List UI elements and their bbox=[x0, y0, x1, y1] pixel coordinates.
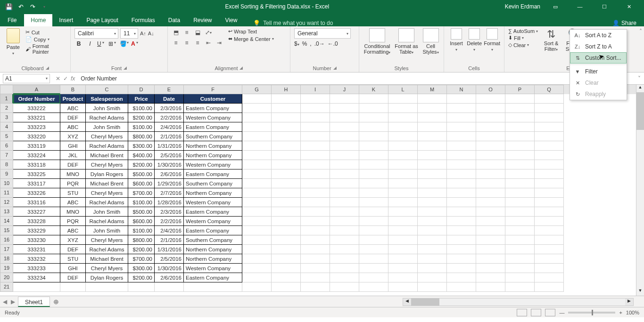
font-name-select[interactable]: Calibri▾ bbox=[74, 28, 118, 39]
cell[interactable] bbox=[359, 122, 388, 132]
cell[interactable] bbox=[476, 141, 505, 151]
cell[interactable] bbox=[60, 282, 86, 292]
row-header[interactable]: 4 bbox=[0, 122, 13, 132]
cell[interactable] bbox=[242, 273, 272, 282]
cell[interactable] bbox=[505, 122, 535, 132]
normal-view-button[interactable] bbox=[517, 309, 527, 316]
cell[interactable]: Western Company bbox=[184, 217, 242, 226]
cell[interactable] bbox=[388, 132, 418, 141]
number-launcher-icon[interactable]: ◢ bbox=[333, 65, 337, 71]
cell[interactable] bbox=[418, 198, 447, 207]
cell[interactable]: Product bbox=[60, 94, 86, 104]
cell[interactable] bbox=[418, 235, 447, 245]
cell[interactable]: DEF bbox=[60, 273, 86, 282]
orientation-button[interactable]: ⤢▾ bbox=[204, 28, 213, 37]
cell[interactable] bbox=[535, 188, 564, 198]
cell[interactable]: 333119 bbox=[13, 141, 60, 151]
copy-button[interactable]: 📄 Copy ▾ bbox=[25, 36, 66, 42]
cell[interactable]: $200.00 bbox=[128, 245, 155, 254]
cell[interactable]: Cheryl Myers bbox=[86, 160, 128, 169]
cell[interactable]: Cheryl Myers bbox=[86, 235, 128, 245]
cell[interactable]: MNO bbox=[60, 207, 86, 217]
cell[interactable] bbox=[505, 113, 535, 122]
cell[interactable]: Eastern Company bbox=[184, 104, 242, 113]
cell[interactable] bbox=[272, 188, 301, 198]
cell[interactable] bbox=[505, 254, 535, 264]
cell[interactable] bbox=[359, 160, 388, 169]
cell[interactable] bbox=[301, 282, 330, 292]
cell[interactable] bbox=[359, 188, 388, 198]
cell[interactable] bbox=[388, 207, 418, 217]
cell[interactable] bbox=[505, 169, 535, 179]
increase-font-button[interactable]: A↑ bbox=[140, 31, 146, 36]
collapse-ribbon-icon[interactable]: ˄ bbox=[639, 28, 642, 35]
delete-cells-button[interactable]: Delete▾ bbox=[466, 28, 483, 52]
cell[interactable] bbox=[476, 104, 505, 113]
cell[interactable] bbox=[535, 273, 564, 282]
cell[interactable] bbox=[301, 132, 330, 141]
cell[interactable] bbox=[272, 254, 301, 264]
cell[interactable]: Rachel Adams bbox=[86, 113, 128, 122]
number-format-select[interactable]: General▾ bbox=[294, 28, 351, 39]
cell[interactable] bbox=[330, 179, 359, 188]
cell[interactable] bbox=[242, 264, 272, 273]
cell[interactable]: 333118 bbox=[13, 160, 60, 169]
cell[interactable]: Eastern Company bbox=[184, 169, 242, 179]
conditional-formatting-button[interactable]: Conditional Formatting▾ bbox=[363, 28, 391, 55]
cell[interactable]: Eastern Company bbox=[184, 207, 242, 217]
increase-indent-button[interactable]: ⇥ bbox=[215, 39, 223, 47]
row-header[interactable]: 1 bbox=[0, 94, 13, 104]
cell[interactable] bbox=[184, 282, 242, 292]
cell[interactable] bbox=[505, 217, 535, 226]
cell[interactable] bbox=[418, 264, 447, 273]
cell[interactable]: Michael Brent bbox=[86, 254, 128, 264]
column-header-A[interactable]: A bbox=[13, 85, 60, 94]
cell[interactable]: DEF bbox=[60, 160, 86, 169]
cell[interactable] bbox=[418, 113, 447, 122]
cell[interactable] bbox=[388, 141, 418, 151]
column-header-B[interactable]: B bbox=[60, 85, 86, 94]
cell[interactable]: Southern Company bbox=[184, 132, 242, 141]
cell[interactable] bbox=[418, 94, 447, 104]
cell[interactable]: 333227 bbox=[13, 207, 60, 217]
cell[interactable] bbox=[330, 254, 359, 264]
cell[interactable] bbox=[388, 198, 418, 207]
cell[interactable] bbox=[242, 104, 272, 113]
zoom-slider[interactable] bbox=[568, 312, 615, 314]
worksheet-grid[interactable]: ABCDEFGHIJKLMNOPQ 1Order NumberProductSa… bbox=[0, 85, 644, 296]
row-header[interactable]: 15 bbox=[0, 226, 13, 235]
cell[interactable]: $200.00 bbox=[128, 113, 155, 122]
cell[interactable] bbox=[359, 273, 388, 282]
cell[interactable] bbox=[535, 94, 564, 104]
cell[interactable] bbox=[330, 113, 359, 122]
cell[interactable] bbox=[476, 282, 505, 292]
row-header[interactable]: 9 bbox=[0, 169, 13, 179]
cell[interactable] bbox=[242, 132, 272, 141]
cell[interactable]: 1/31/2016 bbox=[155, 245, 184, 254]
cell[interactable] bbox=[13, 282, 60, 292]
underline-button[interactable]: U▾ bbox=[97, 40, 106, 47]
cell[interactable] bbox=[330, 188, 359, 198]
cell[interactable] bbox=[418, 207, 447, 217]
cell[interactable] bbox=[388, 169, 418, 179]
cell[interactable] bbox=[476, 217, 505, 226]
cell[interactable]: $500.00 bbox=[128, 207, 155, 217]
cell[interactable]: ABC bbox=[60, 198, 86, 207]
cell[interactable]: 1/31/2016 bbox=[155, 141, 184, 151]
align-middle-button[interactable]: ≡ bbox=[182, 28, 191, 37]
row-header[interactable]: 7 bbox=[0, 151, 13, 160]
cell[interactable] bbox=[242, 94, 272, 104]
cell[interactable] bbox=[447, 245, 476, 254]
cell[interactable]: $300.00 bbox=[128, 141, 155, 151]
cell[interactable] bbox=[505, 160, 535, 169]
cell[interactable] bbox=[476, 169, 505, 179]
close-button[interactable]: ✕ bbox=[619, 0, 638, 13]
cell[interactable] bbox=[476, 122, 505, 132]
row-header[interactable]: 2 bbox=[0, 104, 13, 113]
zoom-in-button[interactable]: + bbox=[619, 310, 622, 315]
font-size-select[interactable]: 11▾ bbox=[120, 28, 138, 39]
cell[interactable]: $200.00 bbox=[128, 160, 155, 169]
cell[interactable]: ABC bbox=[60, 226, 86, 235]
cell[interactable]: PQR bbox=[60, 217, 86, 226]
cell[interactable] bbox=[359, 104, 388, 113]
